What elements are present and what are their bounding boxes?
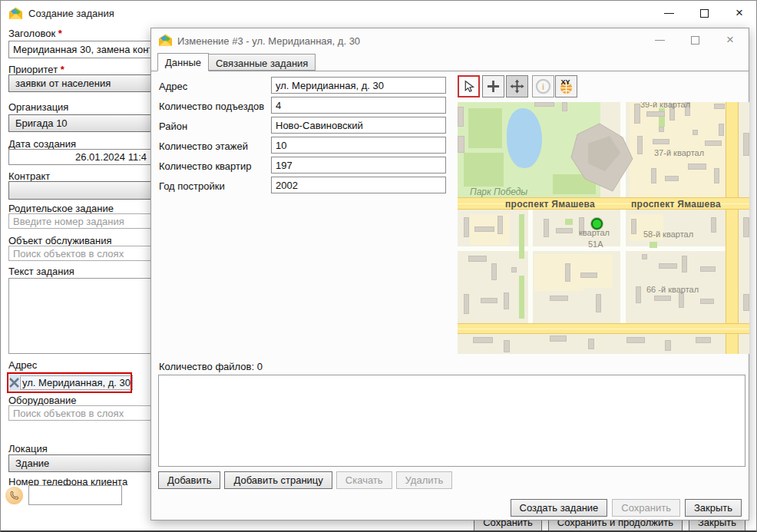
map-trees — [650, 242, 657, 248]
roditelskoe-input[interactable] — [8, 213, 154, 229]
dialog-title: Изменение #3 - ул. Меридианная, д. 30 — [177, 35, 360, 47]
map-street — [528, 210, 533, 323]
dlg-god-label: Год постройки — [159, 180, 225, 192]
dialog-footer-buttons: Создать задание Сохранить Закрыть — [511, 499, 742, 517]
svg-text:XY: XY — [561, 78, 570, 86]
svg-text:i: i — [542, 82, 544, 91]
map-block — [573, 254, 613, 288]
tekst-zadaniya-textarea[interactable] — [8, 278, 154, 354]
info-tool-button[interactable]: i — [532, 75, 554, 97]
dialog-close-icon[interactable]: × — [724, 34, 736, 46]
oborudovanie-label: Оборудование — [8, 395, 76, 406]
roditelskoe-label: Родительское задание — [8, 203, 114, 214]
organizaciya-label: Организация — [8, 101, 68, 113]
prioritet-label: Приоритет * — [8, 64, 64, 75]
clear-address-icon[interactable] — [9, 375, 19, 391]
adres-value: ул. Меридианная, д. 30 — [21, 376, 132, 389]
select-tool-button[interactable] — [458, 75, 480, 97]
dialog-close-button[interactable]: Закрыть — [685, 499, 742, 517]
xy-coordinates-tool-button[interactable]: XY — [555, 75, 577, 97]
tab-svyazannye-zadaniya[interactable]: Связанные задания — [209, 54, 316, 71]
minimize-icon[interactable] — [663, 7, 675, 19]
oborudovanie-input[interactable] — [8, 405, 154, 421]
xy-globe-icon: XY — [558, 78, 574, 94]
maximize-icon[interactable] — [698, 7, 710, 19]
dialog-minimize-icon[interactable] — [653, 34, 666, 46]
dlg-podezdy-label: Количество подъездов — [159, 101, 264, 112]
plus-icon — [487, 80, 500, 93]
dlg-kvartiry-input[interactable] — [271, 157, 446, 173]
dialog-tabs: Данные Связанные задания — [151, 52, 749, 71]
map-label-kvartal39: 39-й квартал — [640, 102, 690, 109]
edit-dialog: Изменение #3 - ул. Меридианная, д. 30 × … — [150, 28, 749, 520]
map[interactable]: 39-й квартал 37-й квартал Парк Победы пр… — [458, 102, 749, 354]
dlg-rayon-label: Район — [159, 121, 187, 132]
map-trees — [519, 276, 524, 319]
dialog-maximize-icon[interactable] — [689, 34, 701, 46]
map-label-kvartal58: 58-й квартал — [643, 230, 693, 239]
map-trees — [468, 108, 502, 148]
info-icon: i — [535, 78, 551, 94]
map-trees — [519, 214, 524, 259]
required-asterisk: * — [61, 64, 64, 75]
zagolovok-input[interactable] — [8, 41, 154, 58]
files-count-label: Количество файлов: 0 — [159, 361, 263, 372]
add-point-tool-button[interactable] — [482, 75, 504, 97]
lokaciya-dropdown[interactable]: Здание — [8, 454, 154, 472]
map-label-prospekt-1: проспект Ямашева — [505, 199, 595, 210]
map-marker[interactable] — [591, 218, 603, 230]
map-label-kvartal66: 66 -й квартал — [646, 285, 699, 294]
obekt-input[interactable] — [8, 246, 154, 261]
main-window-title: Создание задания — [28, 8, 114, 19]
required-asterisk: * — [58, 28, 62, 39]
kontrakt-dropdown[interactable] — [8, 181, 154, 200]
map-trees — [565, 219, 573, 225]
lokaciya-label: Локация — [8, 443, 48, 454]
download-file-button[interactable]: Скачать — [336, 471, 392, 489]
adres-control[interactable]: ул. Меридианная, д. 30 — [7, 372, 132, 393]
map-label-prospekt-2: проспект Ямашева — [631, 199, 721, 210]
dialog-save-button[interactable]: Сохранить — [612, 499, 680, 517]
obekt-label: Объект обслуживания — [8, 235, 112, 246]
main-titlebar: Создание задания × — [1, 1, 756, 25]
organizaciya-dropdown[interactable]: Бригада 10 — [8, 114, 154, 132]
adres-label: Адрес — [8, 359, 37, 371]
map-street — [620, 210, 626, 323]
move-icon — [510, 79, 524, 94]
prioritet-dropdown[interactable]: заявки от населения — [8, 74, 154, 92]
kontrakt-label: Контракт — [8, 170, 50, 182]
close-icon[interactable]: × — [733, 7, 745, 19]
dlg-kvartiry-label: Количество квартир — [159, 160, 252, 172]
map-label-kvartal51-line2: 51А — [588, 240, 603, 249]
dialog-logo-icon — [158, 33, 173, 48]
map-road-south — [458, 323, 749, 334]
zagolovok-label: Заголовок * — [8, 28, 62, 39]
dlg-podezdy-input[interactable] — [271, 97, 446, 114]
add-page-button[interactable]: Добавить страницу — [224, 471, 332, 489]
data-sozdaniya-input[interactable] — [8, 149, 151, 165]
tab-dannye[interactable]: Данные — [157, 53, 209, 71]
map-mall-building — [565, 121, 642, 197]
map-label-park: Парк Победы — [470, 187, 527, 197]
map-pond — [507, 108, 542, 168]
delete-file-button[interactable]: Удалить — [396, 471, 453, 489]
cursor-icon — [462, 80, 475, 93]
tekst-zadaniya-label: Текст задания — [8, 266, 74, 277]
files-buttons: Добавить Добавить страницу Скачать Удали… — [158, 471, 452, 489]
app-logo-icon — [8, 6, 23, 21]
pan-tool-button[interactable] — [506, 75, 528, 97]
add-file-button[interactable]: Добавить — [158, 471, 220, 489]
data-sozdaniya-label: Дата создания — [8, 138, 76, 150]
phone-input[interactable] — [28, 485, 122, 505]
map-label-kvartal51-line1: квартал — [579, 228, 610, 237]
dlg-adres-label: Адрес — [159, 81, 187, 92]
dlg-etazhi-label: Количество этажей — [159, 140, 248, 152]
dlg-god-input[interactable] — [271, 177, 446, 193]
dlg-rayon-input[interactable] — [271, 117, 446, 134]
create-task-button[interactable]: Создать задание — [511, 499, 608, 517]
map-label-kvartal37: 37-й квартал — [654, 148, 704, 157]
files-list[interactable] — [158, 375, 745, 467]
map-road-vertical — [726, 102, 739, 354]
dlg-etazhi-input[interactable] — [271, 137, 446, 154]
dlg-adres-input[interactable] — [271, 77, 446, 94]
